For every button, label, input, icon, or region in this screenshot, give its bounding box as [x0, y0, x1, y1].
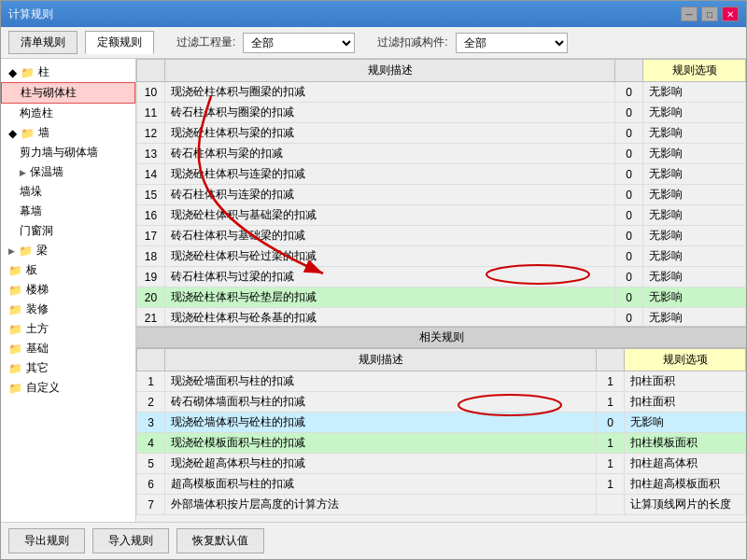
bullet-icon: ◆	[8, 66, 17, 79]
row-desc: 现浇砼墙体积与砼柱的扣减	[165, 413, 597, 433]
sidebar-item-jichu[interactable]: 📁 基础	[1, 339, 135, 358]
sidebar-item-ban[interactable]: 📁 板	[1, 260, 135, 280]
upper-table-row[interactable]: 15 砖石柱体积与连梁的扣减 0 无影响	[137, 185, 746, 205]
lower-table-wrapper[interactable]: 规则描述 规则选项 1 现浇砼墙面积与柱的扣减 1 扣柱面积 2 砖石砌体墙面积…	[136, 348, 746, 522]
sidebar-item-label: 基础	[26, 341, 49, 357]
upper-table-row[interactable]: 20 现浇砼柱体积与砼垫层的扣减 0 无影响	[137, 287, 746, 308]
row-opt[interactable]: 无影响	[643, 205, 746, 226]
row-desc: 砖石柱体积与圈梁的扣减	[165, 103, 615, 123]
row-opt-num: 0	[615, 164, 643, 185]
sidebar-item-jianliqiang[interactable]: 剪力墙与砌体墙	[1, 143, 135, 162]
filter-project-select[interactable]: 全部	[243, 33, 355, 53]
row-opt-num: 0	[615, 82, 643, 103]
row-desc: 砖石柱体积与梁的扣减	[165, 144, 615, 164]
filter-deduct-select[interactable]: 全部	[456, 33, 568, 53]
sidebar-item-muqiang[interactable]: 幕墙	[1, 202, 135, 221]
sidebar-item-ziding[interactable]: 📁 自定义	[1, 378, 135, 398]
row-opt[interactable]: 让算顶线网片的长度	[625, 495, 746, 515]
upper-table-wrapper[interactable]: 规则描述 规则选项 10 现浇砼柱体积与圈梁的扣减 0 无影响 11 砖石柱体积…	[136, 59, 746, 326]
lower-col-desc: 规则描述	[165, 349, 597, 371]
close-button[interactable]: ✕	[722, 7, 739, 21]
toolbar: 清单规则 定额规则 过滤工程量: 全部 过滤扣减构件: 全部	[1, 27, 746, 59]
sidebar-item-baowenqiang[interactable]: ▶ 保温墙	[1, 162, 135, 182]
export-button[interactable]: 导出规则	[8, 528, 85, 553]
upper-table-row[interactable]: 16 现浇砼柱体积与基础梁的扣减 0 无影响	[137, 205, 746, 226]
sidebar-item-zhu-qiti[interactable]: 柱与砌体柱	[1, 82, 135, 104]
row-num: 7	[137, 495, 165, 515]
row-opt[interactable]: 扣柱模板面积	[625, 433, 746, 454]
sidebar-item-label: 幕墙	[20, 203, 42, 219]
row-opt[interactable]: 扣柱面积	[625, 371, 746, 392]
row-opt-num: 0	[615, 287, 643, 308]
row-desc: 现浇砼柱体积与连梁的扣减	[165, 164, 615, 185]
upper-col-opt-num	[615, 60, 643, 82]
main-window: 计算规则 ─ □ ✕ 清单规则 定额规则 过滤工程量: 全部 过滤扣减构件: 全…	[0, 0, 747, 560]
tab-dinge[interactable]: 定额规则	[85, 31, 154, 54]
upper-table-row[interactable]: 12 现浇砼柱体积与梁的扣减 0 无影响	[137, 123, 746, 144]
row-opt[interactable]: 无影响	[643, 226, 746, 246]
row-opt-num: 0	[615, 226, 643, 246]
row-opt[interactable]: 无影响	[625, 413, 746, 433]
upper-table-row[interactable]: 19 砖石柱体积与过梁的扣减 0 无影响	[137, 267, 746, 287]
upper-table-row[interactable]: 18 现浇砼柱体积与砼过梁的扣减 0 无影响	[137, 246, 746, 267]
row-opt[interactable]: 扣柱超高模板面积	[625, 474, 746, 495]
sidebar-item-tufang[interactable]: 📁 土方	[1, 319, 135, 339]
sidebar-item-zhu[interactable]: ◆ 📁 柱	[1, 63, 135, 82]
titlebar-controls: ─ □ ✕	[681, 7, 739, 21]
sidebar-item-label: 墙	[38, 125, 49, 141]
maximize-button[interactable]: □	[701, 7, 718, 21]
lower-table-row[interactable]: 7 外部墙体积按片层高度的计算方法 让算顶线网片的长度	[137, 495, 746, 515]
row-num: 14	[137, 164, 165, 185]
row-opt[interactable]: 无影响	[643, 287, 746, 308]
sidebar-item-qiangduo[interactable]: 墙垛	[1, 182, 135, 202]
lower-table-row[interactable]: 1 现浇砼墙面积与柱的扣减 1 扣柱面积	[137, 371, 746, 392]
row-opt[interactable]: 无影响	[643, 246, 746, 267]
row-num: 6	[137, 474, 165, 495]
minimize-button[interactable]: ─	[681, 7, 698, 21]
lower-col-opt: 规则选项	[625, 349, 746, 371]
row-opt[interactable]: 无影响	[643, 308, 746, 327]
row-opt[interactable]: 无影响	[643, 123, 746, 144]
arrow-icon: ▶	[20, 168, 26, 177]
upper-table-row[interactable]: 21 现浇砼柱体积与砼条基的扣减 0 无影响	[137, 308, 746, 327]
lower-table: 规则描述 规则选项 1 现浇砼墙面积与柱的扣减 1 扣柱面积 2 砖石砌体墙面积…	[136, 348, 746, 515]
sidebar-item-menchuang[interactable]: 门窗洞	[1, 221, 135, 241]
upper-table-row[interactable]: 10 现浇砼柱体积与圈梁的扣减 0 无影响	[137, 82, 746, 103]
tab-qingdan[interactable]: 清单规则	[8, 31, 78, 54]
row-opt-num: 0	[615, 308, 643, 327]
titlebar: 计算规则 ─ □ ✕	[1, 1, 746, 27]
row-opt[interactable]: 无影响	[643, 82, 746, 103]
lower-table-row[interactable]: 4 现浇砼模板面积与柱的扣减 1 扣柱模板面积	[137, 433, 746, 454]
sidebar-item-liang[interactable]: ▶ 📁 梁	[1, 241, 135, 260]
import-button[interactable]: 导入规则	[92, 528, 169, 553]
sidebar-item-zhuangxiu[interactable]: 📁 装修	[1, 300, 135, 319]
row-opt[interactable]: 扣柱超高体积	[625, 454, 746, 474]
reset-button[interactable]: 恢复默认值	[176, 528, 264, 553]
row-desc: 砖石砌体墙面积与柱的扣减	[165, 392, 597, 413]
row-opt[interactable]: 无影响	[643, 267, 746, 287]
row-opt[interactable]: 无影响	[643, 144, 746, 164]
row-desc: 砖石柱体积与连梁的扣减	[165, 185, 615, 205]
row-num: 2	[137, 392, 165, 413]
lower-table-row[interactable]: 5 现浇砼超高体积与柱的扣减 1 扣柱超高体积	[137, 454, 746, 474]
row-opt[interactable]: 扣柱面积	[625, 392, 746, 413]
row-opt-num: 1	[597, 371, 625, 392]
row-opt[interactable]: 无影响	[643, 103, 746, 123]
row-opt[interactable]: 无影响	[643, 164, 746, 185]
upper-table-row[interactable]: 11 砖石柱体积与圈梁的扣减 0 无影响	[137, 103, 746, 123]
upper-table-row[interactable]: 17 砖石柱体积与基础梁的扣减 0 无影响	[137, 226, 746, 246]
main-content: ◆ 📁 柱 柱与砌体柱 构造柱 ◆ 📁 墙 剪力墙与砌体墙	[1, 59, 746, 522]
row-opt[interactable]: 无影响	[643, 185, 746, 205]
row-opt-num: 0	[597, 413, 625, 433]
upper-table-row[interactable]: 13 砖石柱体积与梁的扣减 0 无影响	[137, 144, 746, 164]
upper-table-row[interactable]: 14 现浇砼柱体积与连梁的扣减 0 无影响	[137, 164, 746, 185]
lower-table-row[interactable]: 3 现浇砼墙体积与砼柱的扣减 0 无影响	[137, 413, 746, 433]
sidebar-item-qita[interactable]: 📁 其它	[1, 358, 135, 378]
sidebar-item-gouzao[interactable]: 构造柱	[1, 104, 135, 123]
lower-table-row[interactable]: 2 砖石砌体墙面积与柱的扣减 1 扣柱面积	[137, 392, 746, 413]
folder-icon: 📁	[21, 66, 35, 79]
sidebar-item-qiang[interactable]: ◆ 📁 墙	[1, 123, 135, 143]
sidebar-item-louti[interactable]: 📁 楼梯	[1, 280, 135, 300]
lower-table-row[interactable]: 6 超高模板面积与柱的扣减 1 扣柱超高模板面积	[137, 474, 746, 495]
row-opt-num: 0	[615, 185, 643, 205]
